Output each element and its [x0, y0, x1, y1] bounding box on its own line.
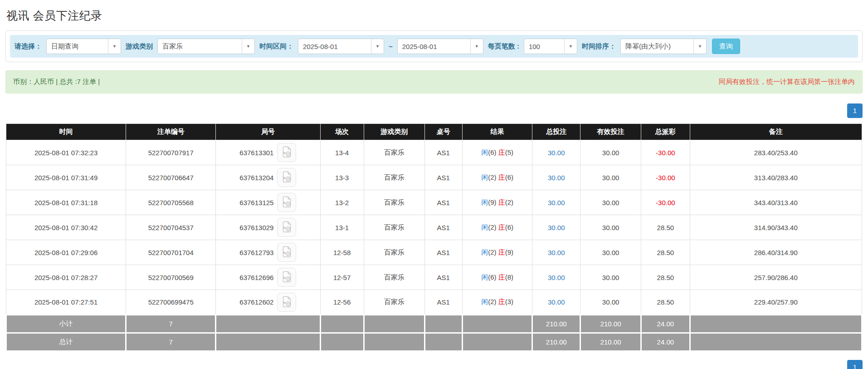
video-replay-button[interactable] — [277, 293, 296, 312]
round-id-text: 637613301 — [239, 149, 273, 157]
round-id-text: 637613204 — [239, 174, 273, 182]
summary-notice: 同局有效投注，统一计算在该局第一张注单内 — [719, 78, 855, 86]
table-no-cell: AS1 — [424, 190, 462, 215]
table-row: 2025-08-01 07:28:27522700700569637612696… — [6, 265, 862, 290]
result-player-score: (6) — [488, 148, 496, 156]
total-bet-link[interactable]: 30.00 — [548, 224, 565, 231]
video-replay-button[interactable] — [277, 168, 296, 187]
result-banker: 庄 — [498, 273, 505, 281]
time-sort-value: 降幂(由大到小) — [621, 39, 693, 54]
footer-empty-cell — [690, 315, 862, 333]
column-header-7: 结果 — [462, 124, 532, 140]
note-cell: 257.90/286.40 — [690, 265, 862, 290]
result-banker-score: (9) — [505, 248, 513, 256]
table-row: 2025-08-01 07:32:23522700707917637613301… — [6, 140, 862, 165]
game-type-cell: 百家乐 — [364, 190, 424, 215]
column-header-5: 游戏类别 — [364, 124, 424, 140]
video-replay-button[interactable] — [277, 143, 296, 162]
column-header-9: 有效投注 — [580, 124, 641, 140]
table-no-cell: AS1 — [424, 290, 462, 315]
result-cell: 闲(6) 庄(8) — [462, 265, 532, 290]
time-cell: 2025-08-01 07:31:49 — [6, 165, 126, 190]
round-id-inner: 637612602 — [219, 293, 316, 312]
pagination-bottom: 1 — [5, 360, 863, 369]
chevron-down-icon: ▼ — [470, 39, 483, 54]
total-bet-cell: 30.00 — [532, 240, 580, 265]
round-id-text: 637612696 — [239, 274, 273, 281]
total-bet-link[interactable]: 30.00 — [548, 174, 565, 182]
footer-empty-cell — [364, 333, 424, 351]
round-id-cell: 637612696 — [216, 265, 320, 290]
valid-bet-cell: 30.00 — [580, 165, 641, 190]
valid-bet-cell: 30.00 — [580, 140, 641, 165]
subtotal-row: 小计7210.00210.0024.00 — [6, 315, 862, 333]
total-bet-cell: 30.00 — [532, 265, 580, 290]
valid-bet-cell: 30.00 — [580, 215, 641, 240]
round-id-text: 637612602 — [239, 298, 273, 306]
table-row: 2025-08-01 07:30:42522700704537637613029… — [6, 215, 862, 240]
video-replay-button[interactable] — [277, 268, 296, 287]
total-bet-link[interactable]: 30.00 — [548, 274, 565, 281]
time-cell: 2025-08-01 07:29:06 — [6, 240, 126, 265]
page: 视讯 会员下注纪录 请选择： 日期查询 ▼ 游戏类别 百家乐 ▼ 时间区间： 2… — [0, 0, 868, 369]
video-replay-button[interactable] — [277, 218, 296, 237]
result-banker: 庄 — [498, 223, 505, 231]
game-type-cell: 百家乐 — [364, 215, 424, 240]
bet-id-cell: 522700704537 — [126, 215, 216, 240]
valid-bet-cell: 30.00 — [580, 265, 641, 290]
footer-valid-bet-cell: 210.00 — [580, 333, 641, 351]
total-bet-link[interactable]: 30.00 — [548, 149, 565, 157]
summary-bar: 币别：人民币 | 总共 :7 注单 | 同局有效投注，统一计算在该局第一张注单内 — [5, 70, 863, 93]
date-to-value: 2025-08-01 — [398, 39, 470, 54]
pagination-page-button[interactable]: 1 — [847, 360, 863, 369]
query-type-select[interactable]: 日期查询 ▼ — [46, 39, 121, 54]
table-header-row: 时间注单编号局号场次游戏类别桌号结果总投注有效投注总派彩备注 — [6, 124, 862, 140]
valid-bet-cell: 30.00 — [580, 190, 641, 215]
result-cell: 闲(2) 庄(9) — [462, 240, 532, 265]
column-header-3: 局号 — [216, 124, 320, 140]
payout-cell: 28.50 — [641, 215, 690, 240]
time-cell: 2025-08-01 07:30:42 — [6, 215, 126, 240]
time-sort-label: 时间排序： — [582, 42, 616, 51]
table-row: 2025-08-01 07:31:18522700705568637613125… — [6, 190, 862, 215]
result-banker: 庄 — [498, 173, 505, 181]
footer-empty-cell — [424, 315, 462, 333]
pagination-page-button[interactable]: 1 — [847, 103, 863, 118]
table-no-cell: AS1 — [424, 240, 462, 265]
page-title: 视讯 会员下注纪录 — [6, 8, 862, 23]
footer-empty-cell — [364, 315, 424, 333]
game-type-select[interactable]: 百家乐 ▼ — [157, 39, 255, 54]
result-player: 闲 — [481, 298, 488, 305]
note-cell: 283.40/253.40 — [690, 140, 862, 165]
chevron-down-icon: ▼ — [371, 39, 384, 54]
video-replay-icon — [282, 146, 292, 159]
total-bet-link[interactable]: 30.00 — [548, 199, 565, 207]
footer-empty-cell — [320, 333, 364, 351]
page-size-select[interactable]: 100 ▼ — [524, 39, 577, 54]
total-bet-link[interactable]: 30.00 — [548, 249, 565, 256]
video-replay-button[interactable] — [277, 243, 296, 262]
total-bet-link[interactable]: 30.00 — [548, 298, 565, 306]
date-to-select[interactable]: 2025-08-01 ▼ — [397, 39, 483, 54]
result-player-score: (2) — [488, 223, 496, 231]
column-header-1: 时间 — [6, 124, 126, 140]
result-player-score: (2) — [488, 173, 496, 181]
video-replay-button[interactable] — [277, 193, 296, 212]
time-sort-select[interactable]: 降幂(由大到小) ▼ — [620, 39, 707, 54]
footer-empty-cell — [216, 333, 320, 351]
table-no-cell: AS1 — [424, 215, 462, 240]
result-banker: 庄 — [498, 248, 505, 256]
session-cell: 12-56 — [320, 290, 364, 315]
search-button[interactable]: 查询 — [712, 39, 740, 54]
payout-cell: 28.50 — [641, 265, 690, 290]
table-no-cell: AS1 — [424, 140, 462, 165]
payout-cell: 28.50 — [641, 240, 690, 265]
total-bet-cell: 30.00 — [532, 290, 580, 315]
result-banker-score: (2) — [505, 198, 513, 206]
game-type-cell: 百家乐 — [364, 140, 424, 165]
date-from-select[interactable]: 2025-08-01 ▼ — [298, 39, 384, 54]
pagination-top: 1 — [5, 103, 863, 118]
result-banker-score: (6) — [505, 173, 513, 181]
grandtotal-row: 总计7210.00210.0024.00 — [6, 333, 862, 351]
bet-id-cell: 522700706647 — [126, 165, 216, 190]
